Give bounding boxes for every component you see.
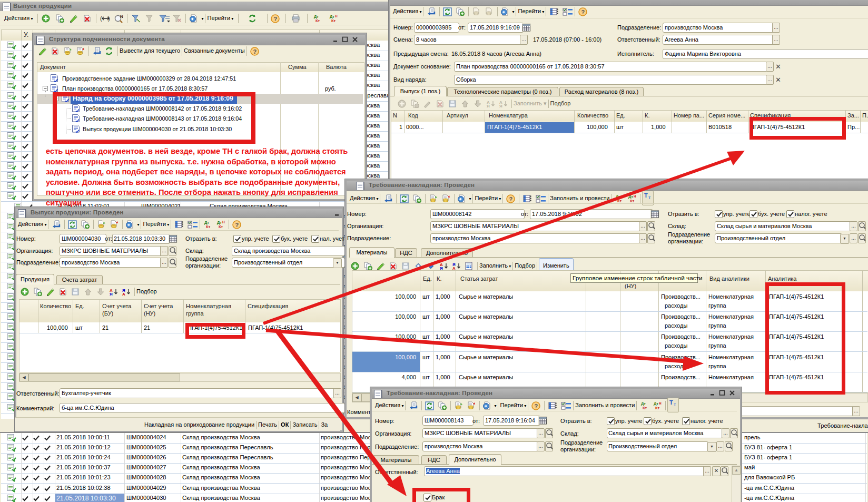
svg-text:Н: Н <box>634 194 636 198</box>
svg-text:?: ? <box>274 16 278 22</box>
svg-text:Я: Я <box>499 104 502 108</box>
svg-text:Я: Я <box>487 104 490 108</box>
svg-text:Кт: Кт <box>315 18 320 23</box>
svg-text:?: ? <box>581 9 585 15</box>
svg-text:?: ? <box>253 48 257 55</box>
svg-text:Н: Н <box>222 220 225 224</box>
svg-text:Кт: Кт <box>331 18 336 23</box>
svg-text:?: ? <box>509 196 513 202</box>
svg-text:N: N <box>120 14 123 19</box>
svg-text:Т: Т <box>669 399 673 406</box>
svg-text:А: А <box>452 266 456 270</box>
svg-text:?: ? <box>535 403 538 409</box>
svg-text:Кт: Кт <box>655 406 660 410</box>
svg-text:т: т <box>648 195 651 200</box>
svg-text:Я: Я <box>110 292 113 296</box>
svg-text:Кт: Кт <box>617 199 622 203</box>
svg-text:Кт: Кт <box>219 224 223 229</box>
svg-text:Н: Н <box>659 401 662 405</box>
svg-text:т: т <box>674 402 676 407</box>
svg-text:?: ? <box>235 222 239 228</box>
svg-text:Т: Т <box>644 192 648 199</box>
svg-text:А: А <box>122 292 125 296</box>
svg-text:Кт: Кт <box>630 199 635 203</box>
svg-text:Кт: Кт <box>643 406 647 410</box>
svg-text:Кт: Кт <box>206 224 211 229</box>
svg-text:Я: Я <box>440 266 443 270</box>
svg-text:Н: Н <box>335 14 338 18</box>
